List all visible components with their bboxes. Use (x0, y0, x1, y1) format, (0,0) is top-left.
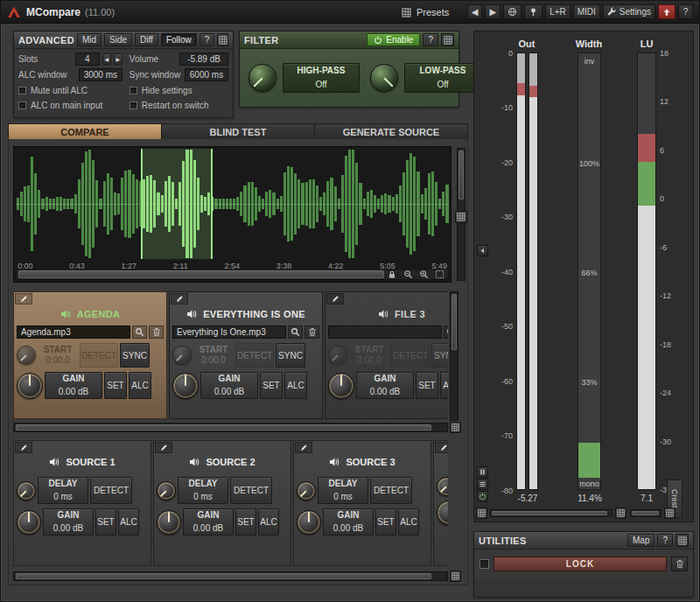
globe-icon-button[interactable] (503, 4, 522, 19)
slot-file-field[interactable]: Agenda.mp3 (17, 326, 130, 339)
slot-gain-knob[interactable] (172, 373, 199, 399)
scrollbar-thumb[interactable] (632, 511, 659, 515)
tab-blind-test[interactable]: BLIND TEST (162, 123, 315, 140)
mid-button[interactable]: Mid (77, 33, 102, 46)
highpass-button[interactable]: HIGH-PASS Off (283, 63, 360, 93)
slot-browse-button[interactable] (444, 326, 448, 339)
sources-hscrollbar-thumb[interactable] (16, 573, 431, 579)
slot-set-button[interactable]: SET (416, 372, 438, 399)
waveform-display[interactable]: 0:00 0:43 1:27 2:11 2:54 3:38 4:22 5:05 … (13, 146, 452, 283)
source-alc-button[interactable]: ALC (258, 508, 279, 536)
source-delay-knob[interactable] (297, 481, 316, 500)
alc-on-main-input-checkbox[interactable]: ALC on main input (18, 99, 122, 111)
waveform-scrollbar-thumb[interactable] (18, 270, 384, 278)
slot-gain-button[interactable]: GAIN 0.00 dB (356, 372, 414, 399)
melda-logo-icon[interactable] (7, 5, 21, 19)
slot-detect-button[interactable]: DETECT (80, 343, 118, 368)
utilities-multiparameter-button[interactable] (676, 534, 689, 547)
filter-enable-button[interactable]: Enable (367, 33, 420, 46)
source-delay-knob[interactable] (437, 477, 448, 496)
tab-generate-source[interactable]: GENERATE SOURCE (315, 123, 468, 140)
source-gain-button[interactable]: GAIN 0.00 dB (43, 508, 94, 536)
source-title[interactable]: SOURCE 3 (294, 452, 430, 472)
slot-file-field[interactable]: Everything Is One.mp3 (172, 326, 286, 339)
lock-delete-button[interactable] (671, 556, 688, 571)
preset-next-button[interactable]: ▶ (485, 4, 500, 19)
source-delay-knob[interactable] (157, 481, 176, 500)
waveform-multiparameter-button[interactable] (455, 211, 467, 223)
source-detect-button[interactable]: DETECT (90, 477, 132, 504)
slot-alc-button[interactable]: ALC (284, 372, 307, 399)
slot-gain-button[interactable]: GAIN 0.00 dB (45, 372, 102, 399)
source-gain-knob[interactable] (157, 510, 181, 535)
slot-alc-button[interactable]: ALC (129, 372, 151, 399)
source-gain-button[interactable]: GAIN 0.00 dB (323, 508, 374, 536)
zoom-out-button[interactable] (401, 270, 415, 279)
source-detect-button[interactable]: DETECT (370, 477, 412, 504)
slot-sync-button[interactable]: SYNC (431, 343, 448, 368)
lock-checkbox[interactable] (480, 559, 489, 569)
zoom-fit-button[interactable] (432, 270, 446, 279)
slot-detect-button[interactable]: DETECT (235, 343, 274, 368)
meter-multiparameter-button[interactable] (664, 508, 676, 519)
source-alc-button[interactable]: ALC (398, 508, 419, 536)
lowpass-button[interactable]: LOW-PASS Off (404, 63, 481, 93)
meter-pause-button[interactable] (477, 466, 488, 478)
slot-title[interactable]: AGENDA (14, 304, 166, 325)
zoom-in-button[interactable] (416, 270, 430, 279)
source-delay-button[interactable]: DELAY 0 ms (178, 477, 228, 504)
utilities-help-button[interactable]: ? (657, 534, 673, 547)
slot-set-button[interactable]: SET (104, 372, 127, 399)
meter-zoom-scrollbar-2[interactable] (630, 509, 662, 517)
settings-button[interactable]: Settings (603, 4, 655, 19)
midi-button[interactable]: MIDI (573, 4, 600, 19)
source-alc-button[interactable]: ALC (118, 508, 139, 536)
slot-sync-button[interactable]: SYNC (120, 343, 150, 368)
source-delay-button[interactable]: DELAY 0 ms (38, 477, 88, 504)
lock-button[interactable]: LOCK (494, 556, 667, 571)
slot-alc-button[interactable]: ALC (440, 372, 448, 399)
slot-delete-button[interactable] (304, 326, 319, 339)
slot-browse-button[interactable] (288, 326, 303, 339)
sources-multiparameter-button[interactable] (450, 570, 461, 582)
meter-zoom-scrollbar-1[interactable] (490, 509, 612, 517)
restart-on-switch-checkbox[interactable]: Restart on switch (130, 99, 228, 111)
slots-decrement-button[interactable]: ◀ (102, 53, 111, 65)
slots-hscrollbar[interactable] (13, 423, 448, 432)
slot-edit-button[interactable] (15, 293, 32, 304)
meter-collapse-button[interactable] (477, 245, 488, 256)
source-gain-knob[interactable] (17, 510, 41, 535)
sync-window-value[interactable]: 6000 ms (185, 68, 228, 81)
map-button[interactable]: Map (627, 534, 654, 547)
slot-gain-knob[interactable] (17, 373, 43, 399)
slot-delete-button[interactable] (149, 326, 164, 339)
source-gain-button[interactable]: GAIN 0.00 dB (183, 508, 234, 536)
mute-until-alc-checkbox[interactable]: Mute until ALC (18, 84, 122, 96)
source-gain-knob[interactable] (437, 500, 448, 525)
slots-vscrollbar-thumb[interactable] (452, 294, 457, 350)
source-set-button[interactable]: SET (375, 508, 396, 536)
highpass-knob[interactable] (248, 64, 276, 92)
waveform-vscrollbar-thumb[interactable] (458, 150, 464, 200)
channel-mode-button[interactable]: L+R (545, 4, 570, 19)
source-title[interactable]: SOURCE 2 (154, 452, 290, 472)
slot-start-display[interactable]: START 0:00.0 (38, 345, 78, 366)
diff-button[interactable]: Diff (135, 33, 158, 46)
hide-settings-checkbox[interactable]: Hide settings (130, 84, 228, 96)
source-title[interactable]: SOURCE 4 (434, 452, 448, 472)
source-set-button[interactable]: SET (235, 508, 256, 536)
source-delay-knob[interactable] (17, 481, 36, 500)
preset-prev-button[interactable]: ◀ (467, 4, 483, 19)
meter-menu-button[interactable] (477, 479, 488, 490)
slot-set-button[interactable]: SET (260, 372, 283, 399)
out-meter-bar-right[interactable] (528, 52, 538, 490)
slot-start-display[interactable]: START 0:00.0 (349, 345, 389, 366)
source-edit-button[interactable] (155, 442, 172, 453)
slot-start-display[interactable]: START 0:00.0 (193, 345, 234, 366)
meter-multiparameter-button[interactable] (615, 508, 626, 519)
slots-multiparameter-button[interactable] (450, 422, 461, 433)
waveform-selection[interactable] (141, 149, 213, 259)
source-title[interactable]: SOURCE 1 (14, 452, 150, 472)
meter-multiparameter-button[interactable] (476, 508, 487, 519)
filter-multiparameter-button[interactable] (441, 33, 454, 46)
